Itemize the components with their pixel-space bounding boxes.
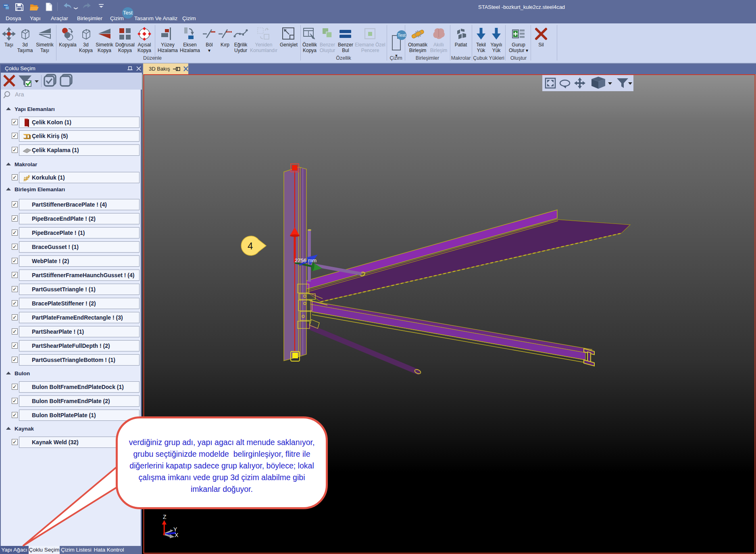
svg-text:4: 4	[248, 240, 253, 251]
svg-text:X: X	[175, 532, 179, 538]
svg-text:Z: Z	[163, 514, 167, 520]
svg-text:2756 mm: 2756 mm	[295, 257, 317, 263]
